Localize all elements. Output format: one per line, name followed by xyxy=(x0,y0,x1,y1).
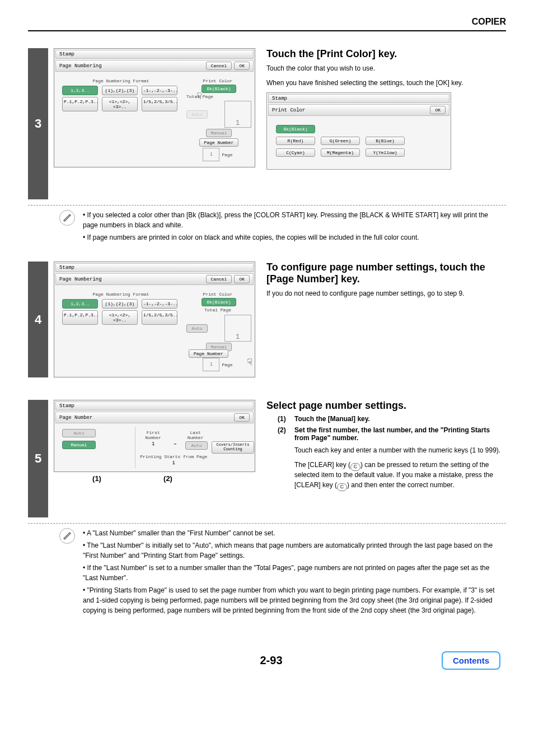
print-color-button-4[interactable]: Bk(Black) xyxy=(202,298,236,306)
auto-button[interactable]: Auto xyxy=(186,110,207,119)
ok-button-5[interactable]: OK xyxy=(234,413,250,422)
panel-stamp-4: Stamp Page Numbering Cancel OK Page Numb… xyxy=(54,262,255,377)
fmt4-3[interactable]: -1-,-2-,-3-.. xyxy=(142,299,177,309)
page-number-button[interactable]: Page Number xyxy=(199,138,239,147)
print-color-label: Print Color xyxy=(203,78,233,83)
step3-title: Touch the [Print Color] key. xyxy=(266,48,506,60)
last-number-label: Last Number xyxy=(181,430,210,440)
mini-ok[interactable]: OK xyxy=(430,106,446,114)
tilde: ~ xyxy=(174,442,176,450)
format-label-4: Page Numbering Format xyxy=(60,292,182,297)
fmt4-4[interactable]: P.1,P.2,P.3.. xyxy=(62,310,98,325)
sub1-text: Touch the [Manual] key. xyxy=(294,415,370,423)
clear-key-icon-2: C xyxy=(337,483,347,491)
ok-button[interactable]: OK xyxy=(234,62,250,70)
cancel-button[interactable]: Cancel xyxy=(206,62,232,70)
panel-stamp-3: Stamp Page Numbering Cancel OK Page Numb… xyxy=(54,48,255,167)
first-number-field[interactable]: 1 xyxy=(138,441,169,447)
color-green[interactable]: G(Green) xyxy=(321,137,360,145)
sub2b-text: The [CLEAR] key (C) can be pressed to re… xyxy=(294,460,506,490)
printing-starts-label: Printing Starts from Page xyxy=(138,454,210,459)
page-label-4: Page xyxy=(222,362,232,367)
sub2a-text: Touch each key and enter a number with t… xyxy=(294,445,506,455)
header-rule xyxy=(28,30,506,31)
fmt4-1[interactable]: 1,2,3.. xyxy=(62,299,98,309)
sub2-text: Set the first number, the last number, a… xyxy=(294,426,506,442)
fmt4-5[interactable]: <1>,<2>,<3>.. xyxy=(102,310,138,325)
manual-button[interactable]: Manual xyxy=(206,129,232,137)
color-red[interactable]: R(Red) xyxy=(276,137,315,145)
start-page-box-4: 1 xyxy=(203,358,219,371)
fmt4-2[interactable]: (1),(2),(3) xyxy=(102,299,138,309)
mini-subtitle: Print Color xyxy=(272,108,428,113)
step3-text1: Touch the color that you wish to use. xyxy=(266,63,506,73)
fmt-5[interactable]: <1>,<2>,<3>.. xyxy=(102,97,138,111)
fmt4-6[interactable]: 1/5,2/5,3/5.. xyxy=(142,310,177,325)
color-magenta[interactable]: M(Magenta) xyxy=(321,148,360,157)
color-yellow[interactable]: Y(Yellow) xyxy=(366,148,405,157)
color-blue[interactable]: B(Blue) xyxy=(366,137,405,145)
contents-button[interactable]: Contents xyxy=(442,651,500,670)
clear-key-icon: C xyxy=(350,463,360,471)
color-black[interactable]: Bk(Black) xyxy=(276,125,315,133)
note-5-3: If the "Last Number" is set to a number … xyxy=(83,563,500,583)
cancel-button-4[interactable]: Cancel xyxy=(206,275,232,283)
note-5-2: The "Last Number" is initially set to "A… xyxy=(83,540,500,561)
sub1-num: (1) xyxy=(278,415,294,423)
start-page-box: 1 xyxy=(203,148,219,161)
auto-tab[interactable]: Auto xyxy=(62,429,96,437)
fmt-6[interactable]: 1/5,2/5,3/5.. xyxy=(142,97,177,111)
format-label: Page Numbering Format xyxy=(60,78,182,83)
mini-title-stamp: Stamp xyxy=(268,94,449,103)
step4-title: To configure page number settings, touch… xyxy=(266,262,506,285)
note-5-1: A "Last Number" smaller than the "First … xyxy=(83,528,500,538)
callout-1: (1) xyxy=(54,474,140,483)
ok-button-4[interactable]: OK xyxy=(234,275,250,283)
print-color-label-4: Print Color xyxy=(203,292,233,297)
color-cyan[interactable]: C(Cyan) xyxy=(276,148,315,157)
first-number-label: First Number xyxy=(138,430,169,440)
page-number-button-4[interactable]: Page Number xyxy=(189,349,228,358)
print-color-button[interactable]: Bk(Black) xyxy=(202,85,236,93)
cursor-icon-4: ☟ xyxy=(247,357,252,368)
note-3-1: If you selected a color other than [Bk (… xyxy=(83,210,500,230)
step3-notes: If you selected a color other than [Bk (… xyxy=(83,210,500,245)
note-icon xyxy=(59,210,75,226)
last-number-field[interactable]: Auto xyxy=(185,441,208,450)
step5-notes: A "Last Number" smaller than the "First … xyxy=(83,528,500,618)
auto-button-4[interactable]: Auto xyxy=(186,324,207,333)
fmt-3[interactable]: -1-,-2-,-3-.. xyxy=(142,86,177,95)
step-number-5: 5 xyxy=(28,400,48,517)
page-label: Page xyxy=(222,152,232,157)
page-preview-icon: 1 xyxy=(224,101,251,128)
divider-5 xyxy=(28,523,506,524)
step-number-3: 3 xyxy=(28,48,48,199)
step-number-4: 4 xyxy=(28,262,48,377)
manual-tab[interactable]: Manual xyxy=(62,441,96,449)
step4-text1: If you do not need to configure page num… xyxy=(266,288,506,298)
note-3-2: If page numbers are printed in color on … xyxy=(83,232,500,242)
total-page-label-4: Total Page xyxy=(204,307,231,312)
panel-print-color: Stamp Print Color OK Bk(Black) R(Red) G(… xyxy=(266,92,451,170)
panel-subtitle: Page Numbering xyxy=(59,63,204,69)
divider xyxy=(28,205,506,206)
page-preview-icon-4: 1 xyxy=(224,315,251,342)
step5-title: Select page number settings. xyxy=(266,400,506,412)
page-number: 2-93 xyxy=(260,654,282,667)
fmt-2[interactable]: (1),(2),(3) xyxy=(102,86,138,95)
cursor-icon: ☟ xyxy=(196,91,202,102)
fmt-4[interactable]: P.1,P.2,P.3.. xyxy=(62,97,98,111)
panel5-subtitle: Page Number xyxy=(59,415,232,421)
printing-starts-field[interactable]: 1 xyxy=(138,460,210,466)
panel5-title: Stamp xyxy=(55,402,254,410)
note-5-4: "Printing Starts from Page" is used to s… xyxy=(83,585,500,615)
callout-2: (2) xyxy=(140,474,196,483)
panel4-title: Stamp xyxy=(55,263,254,272)
panel-title-stamp: Stamp xyxy=(55,50,254,59)
section-header: COPIER xyxy=(28,17,506,27)
sub2-num: (2) xyxy=(278,426,294,494)
note-icon-5 xyxy=(59,528,75,544)
covers-inserts-button[interactable]: Covers/Inserts Counting xyxy=(212,441,255,453)
fmt-1[interactable]: 1,2,3.. xyxy=(62,86,98,95)
step3-text2: When you have finished selecting the set… xyxy=(266,78,506,88)
